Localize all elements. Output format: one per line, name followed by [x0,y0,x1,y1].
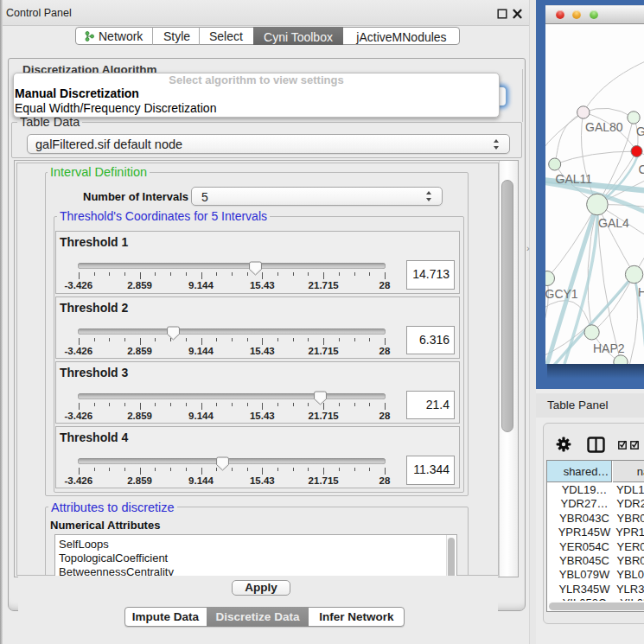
svg-text:H: H [638,285,644,299]
svg-text:GAL4: GAL4 [598,216,629,230]
svg-text:C: C [639,163,644,176]
svg-text:GCY1: GCY1 [545,287,578,301]
svg-text:GAL80: GAL80 [585,120,623,134]
svg-text:GA: GA [636,124,644,138]
svg-text:HAP2: HAP2 [593,341,625,355]
svg-text:GAL11: GAL11 [556,172,593,186]
